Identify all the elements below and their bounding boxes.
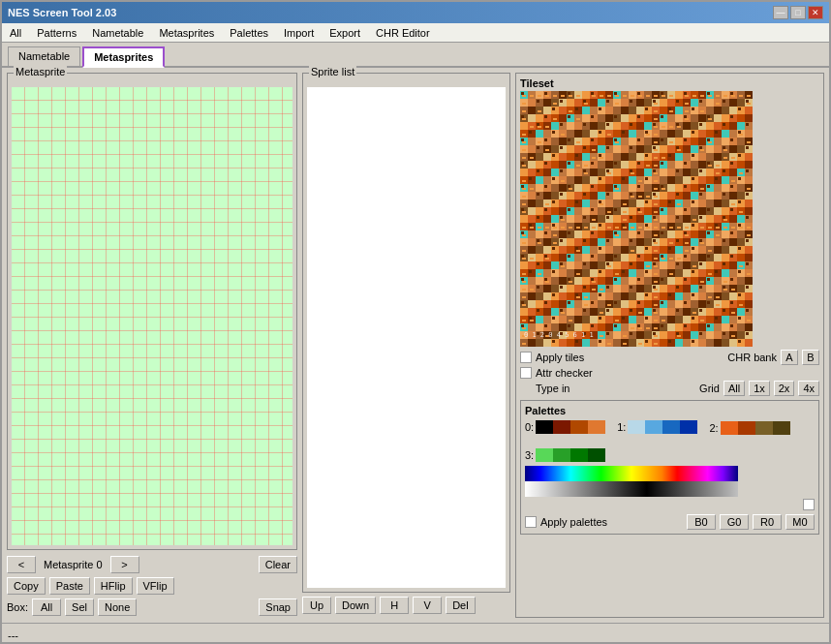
palettes-section: Palettes 0: 1: bbox=[520, 400, 819, 535]
menu-nametable[interactable]: Nametable bbox=[88, 26, 147, 40]
snap-button[interactable]: Snap bbox=[259, 598, 297, 616]
grid-4x-button[interactable]: 4x bbox=[798, 381, 819, 396]
m0-button[interactable]: M0 bbox=[785, 514, 815, 530]
apply-tiles-checkbox[interactable] bbox=[520, 352, 532, 363]
sprite-list-group: Sprite list bbox=[302, 73, 510, 593]
palette-2-color-3[interactable] bbox=[773, 421, 790, 435]
palette-2-color-1[interactable] bbox=[738, 421, 755, 435]
type-in-row: Type in Grid All 1x 2x 4x bbox=[520, 381, 819, 396]
minimize-button[interactable]: — bbox=[773, 6, 788, 19]
attr-checker-checkbox[interactable] bbox=[520, 367, 532, 379]
sprite-list-legend: Sprite list bbox=[309, 66, 356, 77]
palette-2-colors[interactable] bbox=[721, 421, 790, 435]
menu-chr-editor[interactable]: CHR Editor bbox=[372, 26, 434, 40]
palette-3-num: 3: bbox=[525, 449, 534, 461]
g0-button[interactable]: G0 bbox=[720, 514, 749, 530]
box-none-button[interactable]: None bbox=[98, 598, 137, 616]
prev-metasprite-button[interactable]: < bbox=[7, 556, 36, 573]
tabs-row: Nametable Metasprites bbox=[2, 43, 829, 68]
tileset-canvas[interactable] bbox=[520, 91, 753, 347]
color-gradient-bar[interactable] bbox=[525, 466, 815, 497]
copy-button[interactable]: Copy bbox=[7, 577, 46, 595]
r0-button[interactable]: R0 bbox=[753, 514, 782, 530]
chr-bank-label: CHR bank bbox=[727, 352, 777, 363]
palette-0-color-0[interactable] bbox=[536, 420, 553, 434]
grid-all-button[interactable]: All bbox=[723, 381, 745, 396]
palette-grid: 0: 1: bbox=[525, 419, 815, 462]
sprite-list-area[interactable] bbox=[307, 87, 506, 588]
menu-import[interactable]: Import bbox=[280, 26, 318, 40]
menu-patterns[interactable]: Patterns bbox=[33, 26, 80, 40]
palette-3-colors[interactable] bbox=[536, 448, 605, 462]
color-bar-top[interactable] bbox=[525, 466, 738, 481]
menu-metasprites[interactable]: Metasprites bbox=[155, 26, 218, 40]
apply-palettes-checkbox[interactable] bbox=[525, 516, 537, 528]
palette-1-color-0[interactable] bbox=[628, 420, 645, 434]
palette-0-color-1[interactable] bbox=[553, 420, 570, 434]
selected-color-swatch[interactable] bbox=[803, 499, 815, 510]
palette-3-color-2[interactable] bbox=[570, 448, 588, 462]
metasprite-edit-row: Copy Paste HFlip VFlip bbox=[7, 575, 297, 597]
palette-1-color-1[interactable] bbox=[645, 420, 662, 434]
palette-1-color-3[interactable] bbox=[680, 420, 697, 434]
palette-2-row: 2: bbox=[709, 421, 789, 435]
tab-nametable[interactable]: Nametable bbox=[8, 46, 80, 66]
palette-3-color-0[interactable] bbox=[536, 448, 553, 462]
palettes-title: Palettes bbox=[525, 405, 815, 416]
chr-b-button[interactable]: B bbox=[802, 350, 819, 365]
b0-button[interactable]: B0 bbox=[687, 514, 716, 530]
clear-button[interactable]: Clear bbox=[259, 556, 297, 573]
close-button[interactable]: ✕ bbox=[808, 6, 823, 19]
v-button[interactable]: V bbox=[413, 597, 442, 614]
del-button[interactable]: Del bbox=[446, 597, 476, 614]
box-sel-button[interactable]: Sel bbox=[65, 598, 94, 616]
right-column: Tileset Apply tiles CHR bank A B Attr ch… bbox=[515, 73, 824, 618]
h-button[interactable]: H bbox=[380, 597, 409, 614]
color-bar-bottom[interactable] bbox=[525, 481, 738, 497]
apply-tiles-label: Apply tiles bbox=[536, 352, 584, 363]
menu-bar: All Patterns Nametable Metasprites Palet… bbox=[2, 23, 829, 43]
menu-all[interactable]: All bbox=[6, 26, 25, 40]
palette-1-color-2[interactable] bbox=[662, 420, 680, 434]
palette-0-row: 0: bbox=[525, 419, 605, 435]
down-button[interactable]: Down bbox=[335, 597, 376, 614]
sprite-list-controls: Up Down H V Del bbox=[302, 593, 510, 618]
tileset-controls: Apply tiles CHR bank A B Attr checker Ty… bbox=[520, 350, 819, 396]
hflip-button[interactable]: HFlip bbox=[94, 577, 133, 595]
grid-1x-button[interactable]: 1x bbox=[749, 381, 770, 396]
box-controls-row: Box: All Sel None Snap bbox=[7, 597, 297, 618]
vflip-button[interactable]: VFlip bbox=[137, 577, 174, 595]
paste-button[interactable]: Paste bbox=[49, 577, 90, 595]
palette-2-color-2[interactable] bbox=[755, 421, 773, 435]
maximize-button[interactable]: □ bbox=[790, 6, 806, 19]
tab-metasprites[interactable]: Metasprites bbox=[82, 46, 165, 68]
palette-3-color-3[interactable] bbox=[588, 448, 605, 462]
status-text: --- bbox=[8, 629, 18, 641]
up-button[interactable]: Up bbox=[302, 597, 331, 614]
chr-a-button[interactable]: A bbox=[781, 350, 798, 365]
middle-column: Sprite list Up Down H V Del bbox=[302, 73, 510, 618]
grid-2x-button[interactable]: 2x bbox=[774, 381, 795, 396]
attr-checker-label: Attr checker bbox=[536, 367, 593, 379]
palette-0-color-3[interactable] bbox=[588, 420, 605, 434]
palette-1-num: 1: bbox=[617, 421, 626, 433]
palette-0-color-2[interactable] bbox=[570, 420, 588, 434]
metasprite-group: Metasprite bbox=[7, 73, 297, 550]
apply-tiles-row: Apply tiles CHR bank A B bbox=[520, 350, 819, 365]
palette-2-num: 2: bbox=[709, 422, 718, 434]
box-label: Box: bbox=[7, 601, 28, 613]
palette-3-color-1[interactable] bbox=[553, 448, 570, 462]
grid-label: Grid bbox=[699, 383, 720, 394]
metasprite-label: Metasprite 0 bbox=[40, 559, 107, 570]
box-all-button[interactable]: All bbox=[32, 598, 61, 616]
palette-1-colors[interactable] bbox=[628, 420, 697, 434]
palette-0-colors[interactable] bbox=[536, 420, 605, 434]
status-bar: --- bbox=[2, 623, 829, 644]
palette-2-color-0[interactable] bbox=[721, 421, 738, 435]
metasprite-group-legend: Metasprite bbox=[14, 66, 67, 77]
menu-export[interactable]: Export bbox=[325, 26, 364, 40]
next-metasprite-button[interactable]: > bbox=[110, 556, 139, 573]
metasprite-grid[interactable] bbox=[12, 87, 292, 545]
small-swatch-row bbox=[525, 499, 815, 510]
menu-palettes[interactable]: Palettes bbox=[226, 26, 272, 40]
